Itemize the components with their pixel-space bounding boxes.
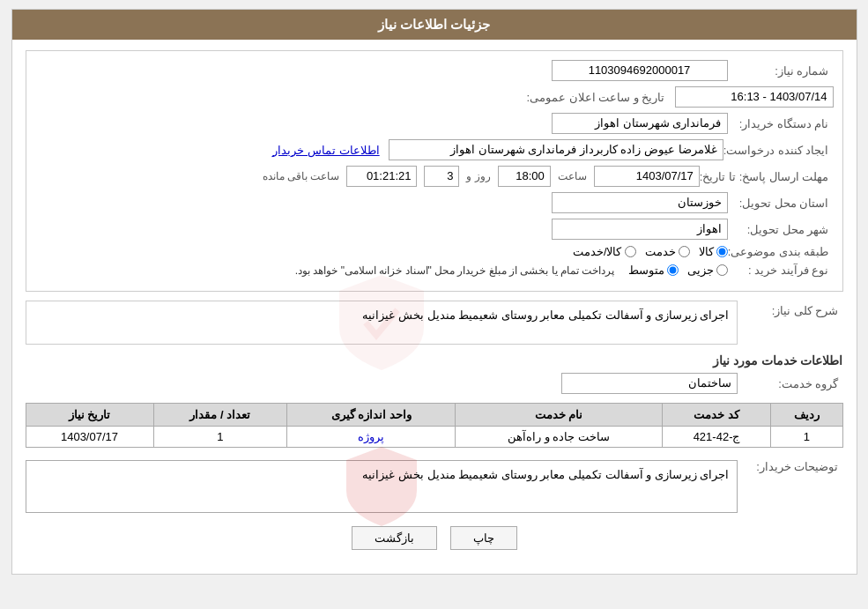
goroh-row: گروه خدمت: ساختمان <box>26 373 843 394</box>
mohlat-roz: 3 <box>424 166 459 187</box>
mohlat-row: مهلت ارسال پاسخ: تا تاریخ: 1403/07/17 سا… <box>35 166 834 187</box>
shahr-row: شهر محل تحویل: اهواز <box>35 219 834 240</box>
page-title: جزئیات اطلاعات نیاز <box>378 17 490 32</box>
nooe-motavasset-radio[interactable] <box>667 264 679 276</box>
goroh-value: ساختمان <box>561 373 738 394</box>
shahr-value: اهواز <box>552 219 728 240</box>
table-row: 1 ج-42-421 ساخت جاده و راه‌آهن پروژه 1 1… <box>26 427 842 448</box>
goroh-label: گروه خدمت: <box>738 377 843 390</box>
nooe-jozi: جزیی <box>687 264 728 277</box>
col-tarikh: تاریخ نیاز <box>26 404 153 427</box>
tabaghe-khedmat-radio[interactable] <box>679 246 690 257</box>
tarikh-value: 1403/07/14 - 16:13 <box>675 86 834 108</box>
toseeh-value: اجرای زیرسازی و آسفالت تکمیلی معابر روست… <box>362 468 729 481</box>
tabaghe-kala-label: کالا <box>699 245 714 258</box>
cell-nam: ساخت جاده و راه‌آهن <box>456 427 663 448</box>
cell-tarikh: 1403/07/17 <box>26 427 153 448</box>
col-kod: کد خدمت <box>662 404 770 427</box>
nooe-jozi-radio[interactable] <box>716 264 728 276</box>
tabaghe-kalakhedmat-label: کالا/خدمت <box>573 245 622 258</box>
main-container: جزئیات اطلاعات نیاز شماره نیاز: 11030946… <box>11 9 857 575</box>
shahr-label: شهر محل تحویل: <box>728 223 834 236</box>
nooe-group: جزیی متوسط <box>628 264 728 277</box>
tabaghe-kala-khedmat: کالا/خدمت <box>573 245 636 258</box>
sharh-label: شرح کلی نیاز: <box>738 301 843 317</box>
services-table: ردیف کد خدمت نام خدمت واحد اندازه گیری ت… <box>26 403 843 448</box>
tabaghe-kala: کالا <box>699 245 728 258</box>
ostan-label: استان محل تحویل: <box>728 197 834 210</box>
mohlat-time-label: ساعت <box>558 170 587 182</box>
tabaghe-row: طبقه بندی موضوعی: کالا خدمت کالا/خدمت <box>35 245 834 258</box>
services-table-section: ردیف کد خدمت نام خدمت واحد اندازه گیری ت… <box>26 403 843 448</box>
cell-radif: 1 <box>771 427 842 448</box>
nooe-motavasset-label: متوسط <box>628 264 664 277</box>
tabaghe-kala-radio[interactable] <box>716 246 728 257</box>
table-header-row: ردیف کد خدمت نام خدمت واحد اندازه گیری ت… <box>26 404 842 427</box>
nam-dastgah-row: نام دستگاه خریدار: فرمانداری شهرستان اهو… <box>35 113 834 134</box>
ostan-value: خوزستان <box>552 192 728 213</box>
col-radif: ردیف <box>771 404 842 427</box>
shomara-label: شماره نیاز: <box>728 64 834 78</box>
shomara-row: شماره نیاز: 1103094692000017 <box>35 60 834 81</box>
nooe-row: نوع فرآیند خرید : جزیی متوسط پرداخت تمام… <box>35 264 834 277</box>
back-button[interactable]: بازگشت <box>352 526 437 550</box>
sharh-section: شرح کلی نیاز: اجرای زیرسازی و آسفالت تکم… <box>26 301 843 345</box>
nooe-motavasset: متوسط <box>628 264 679 277</box>
ijad-value: غلامرضا عیوض زاده کاربرداز فرمانداری شهر… <box>389 139 723 160</box>
nooe-note: پرداخت تمام یا بخشی از مبلغ خریدار محل "… <box>295 264 615 277</box>
nam-dastgah-value: فرمانداری شهرستان اهواز <box>552 113 728 134</box>
toseeh-label: توضیحات خریدار: <box>738 457 843 473</box>
tarikh-label: تاریخ و ساعت اعلان عمومی: <box>526 91 669 104</box>
toseeh-watermark <box>338 442 426 531</box>
cell-vahed: پروژه <box>287 427 456 448</box>
cell-kod: ج-42-421 <box>662 427 770 448</box>
shomara-value: 1103094692000017 <box>552 60 728 81</box>
mohlat-roz-label: روز و <box>466 170 490 182</box>
mohlat-label: مهلت ارسال پاسخ: تا تاریخ: <box>700 170 834 183</box>
info-section: شماره نیاز: 1103094692000017 1403/07/14 … <box>26 50 843 292</box>
col-tedad: تعداد / مقدار <box>153 404 287 427</box>
cell-tedad: 1 <box>153 427 287 448</box>
page-header: جزئیات اطلاعات نیاز <box>12 10 857 40</box>
print-button[interactable]: چاپ <box>450 526 517 550</box>
mohlat-mande: 01:21:21 <box>346 166 417 187</box>
col-nam: نام خدمت <box>456 404 663 427</box>
ostan-row: استان محل تحویل: خوزستان <box>35 192 834 213</box>
tabaghe-khedmat: خدمت <box>645 245 690 258</box>
toseeh-box: اجرای زیرسازی و آسفالت تکمیلی معابر روست… <box>26 460 738 513</box>
nam-dastgah-label: نام دستگاه خریدار: <box>728 117 834 130</box>
ijad-row: ایجاد کننده درخواست: غلامرضا عیوض زاده ک… <box>35 139 834 160</box>
khadamat-title: اطلاعات خدمات مورد نیاز <box>26 353 843 368</box>
button-row: چاپ بازگشت <box>26 526 843 563</box>
mohlat-time: 18:00 <box>498 166 551 187</box>
mohlat-date: 1403/07/17 <box>594 166 700 187</box>
ijad-label: ایجاد کننده درخواست: <box>723 144 834 157</box>
sharh-value: اجرای زیرسازی و آسفالت تکمیلی معابر روست… <box>362 308 729 322</box>
nooe-jozi-label: جزیی <box>687 264 714 277</box>
tabaghe-label: طبقه بندی موضوعی: <box>728 245 834 258</box>
nooe-label: نوع فرآیند خرید : <box>728 264 834 277</box>
contact-link[interactable]: اطلاعات تماس خریدار <box>272 144 379 157</box>
sharh-box: اجرای زیرسازی و آسفالت تکمیلی معابر روست… <box>26 301 738 345</box>
tabaghe-kalakhedmat-radio[interactable] <box>625 246 636 257</box>
toseeh-section: توضیحات خریدار: اجرای زیرسازی و آسفالت ت… <box>26 457 843 513</box>
tarikh-row: 1403/07/14 - 16:13 تاریخ و ساعت اعلان عم… <box>35 86 834 108</box>
col-vahed: واحد اندازه گیری <box>287 404 456 427</box>
tabaghe-khedmat-label: خدمت <box>645 245 676 258</box>
mohlat-mande-label: ساعت باقی مانده <box>263 170 340 182</box>
tabaghe-group: کالا خدمت کالا/خدمت <box>573 245 728 258</box>
content-area: شماره نیاز: 1103094692000017 1403/07/14 … <box>12 40 857 574</box>
